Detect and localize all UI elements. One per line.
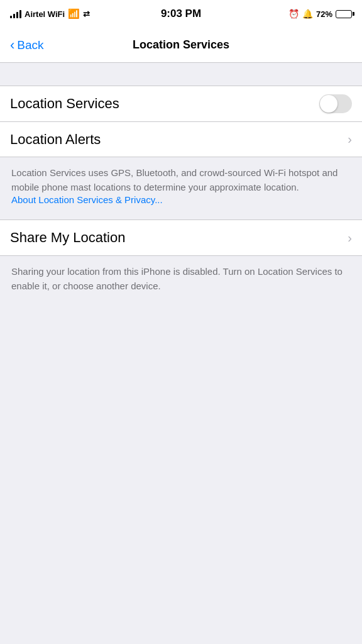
share-my-location-row[interactable]: Share My Location › [0, 220, 362, 255]
share-my-location-label: Share My Location [10, 230, 343, 246]
signal-icon [10, 9, 21, 18]
wifi-icon: 📶 [68, 8, 80, 19]
share-description-text: Sharing your location from this iPhone i… [11, 265, 351, 293]
info-description: Location Services uses GPS, Bluetooth, a… [11, 166, 351, 194]
battery-icon [336, 10, 352, 18]
location-services-toggle[interactable] [319, 94, 352, 113]
location-services-row: Location Services [0, 86, 362, 121]
status-bar: Airtel WiFi 📶 ⇄ 9:03 PM ⏰ 🔔 72% [0, 0, 362, 28]
share-description-block: Sharing your location from this iPhone i… [0, 256, 362, 302]
back-button[interactable]: ‹ Back [10, 38, 44, 52]
chevron-right-icon: › [348, 132, 352, 147]
location-alerts-row[interactable]: Location Alerts › [0, 121, 362, 157]
alarm-icon: ⏰ [288, 9, 299, 19]
battery-percentage: 72% [316, 9, 332, 19]
share-my-location-section: Share My Location › [0, 219, 362, 256]
location-services-label: Location Services [10, 96, 319, 112]
page-title: Location Services [133, 38, 229, 52]
status-left: Airtel WiFi 📶 ⇄ [10, 8, 90, 19]
back-label[interactable]: Back [17, 38, 43, 52]
status-right: ⏰ 🔔 72% [288, 9, 352, 19]
data-icon: ⇄ [83, 9, 90, 19]
info-block: Location Services uses GPS, Bluetooth, a… [0, 157, 362, 214]
chevron-right-icon-share: › [348, 231, 352, 245]
status-time: 9:03 PM [161, 8, 201, 20]
chevron-left-icon: ‹ [10, 38, 14, 52]
clock-icon: 🔔 [302, 9, 313, 19]
section-gap-middle [0, 214, 362, 219]
privacy-link[interactable]: About Location Services & Privacy... [11, 194, 163, 205]
carrier-label: Airtel WiFi [25, 9, 65, 19]
location-services-section: Location Services Location Alerts › [0, 86, 362, 157]
toggle-knob [320, 95, 337, 113]
nav-bar: ‹ Back Location Services [0, 28, 362, 63]
location-alerts-label: Location Alerts [10, 131, 343, 148]
section-gap-top [0, 63, 362, 86]
